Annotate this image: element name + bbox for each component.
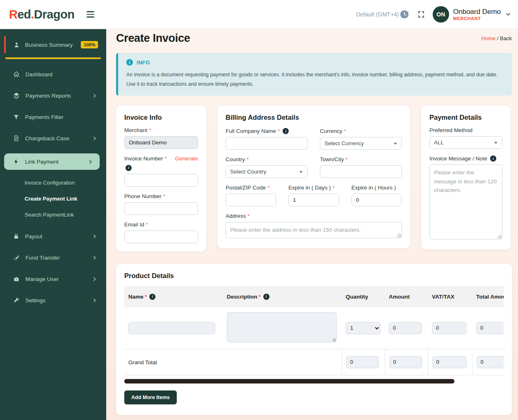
user-block[interactable]: Onboard Demo MERCHANT	[453, 7, 501, 22]
timezone-label[interactable]: Default (GMT+4)	[356, 11, 399, 18]
rocket-icon	[13, 254, 20, 261]
person-icon	[13, 41, 20, 48]
clock-icon[interactable]	[400, 10, 409, 19]
hamburger-icon	[87, 11, 94, 12]
sidebar-item-payments-filter[interactable]: Payments Filter	[0, 111, 106, 123]
info-icon[interactable]: i	[263, 294, 269, 300]
link-payment-submenu: Invoice Configuration Create Payment Lin…	[0, 180, 106, 218]
info-title: INFO	[137, 59, 150, 66]
postal-code-field[interactable]	[226, 194, 276, 206]
main-content: Create Invoice Home / Back i INFO An inv…	[106, 29, 518, 420]
col-header-total: Total Amount	[472, 286, 504, 307]
grand-total-row: Grand Total	[124, 349, 504, 375]
col-header-description: Description*i	[223, 286, 342, 307]
breadcrumb: Home / Back	[481, 35, 512, 41]
sidebar-item-fund-transfer[interactable]: Fund Transfer	[0, 251, 106, 264]
chevron-right-icon	[92, 298, 97, 303]
expire-hours-label: Expire in ( Hours )	[351, 185, 402, 191]
horizontal-scrollbar-thumb[interactable]	[124, 379, 454, 383]
town-city-label: Town/City*	[320, 156, 402, 162]
phone-label: Phone Number*	[124, 193, 198, 199]
expire-hours-field[interactable]	[351, 194, 402, 206]
chevron-right-icon	[92, 255, 97, 260]
invoice-note-label: Invoice Message / Notei	[429, 155, 502, 162]
payment-details-card: Payment Details Preferred Method ALL Inv…	[421, 105, 511, 249]
email-field[interactable]	[124, 231, 198, 243]
country-label: Country*	[226, 156, 308, 162]
postal-code-label: Postal/ZIP Code*	[226, 185, 276, 191]
product-total-field[interactable]	[476, 322, 504, 334]
currency-label: Currency*	[320, 128, 402, 134]
menu-toggle-button[interactable]	[85, 9, 96, 19]
product-table-viewport: Name*i Description*i Quantity Amount VAT…	[124, 286, 504, 383]
grand-quantity-field[interactable]	[346, 356, 379, 368]
submenu-item-invoice-configuration[interactable]: Invoice Configuration	[0, 180, 106, 186]
preferred-method-select[interactable]: ALL	[429, 136, 502, 149]
billing-address-card: Billing Address Details Full Company Nam…	[217, 105, 410, 248]
avatar[interactable]: ON	[433, 6, 449, 23]
merchant-label: Merchant*	[124, 127, 198, 133]
chevron-down-icon[interactable]	[505, 11, 511, 18]
sidebar-item-payments-reports[interactable]: Payments Reports	[0, 89, 106, 102]
country-select[interactable]: Select Country	[226, 165, 308, 178]
card-title: Invoice Info	[124, 114, 198, 121]
info-icon[interactable]: i	[126, 165, 132, 171]
breadcrumb-back-link[interactable]: Back	[500, 35, 512, 41]
sidebar-item-dashboard[interactable]: Dashboard	[0, 68, 106, 80]
grand-amount-field[interactable]	[389, 356, 422, 368]
info-icon[interactable]: i	[149, 294, 155, 300]
sidebar-item-label: Link Payment	[25, 159, 59, 165]
product-name-field[interactable]	[128, 322, 215, 334]
product-description-textarea[interactable]	[227, 312, 337, 342]
sidebar: Business Summary 100% Dashboard Payments…	[0, 29, 106, 420]
add-more-items-button[interactable]: Add More Items	[124, 390, 177, 404]
app-root: Red.Dragon Default (GMT+4) ON Onboard De…	[0, 0, 518, 420]
sidebar-item-label: Chargeback Case	[25, 135, 69, 142]
generate-link[interactable]: Generate	[175, 155, 198, 162]
invoice-number-field[interactable]	[124, 174, 198, 187]
sidebar-item-link-payment[interactable]: Link Payment	[4, 153, 100, 170]
sidebar-item-label: Dashboard	[25, 71, 52, 78]
sidebar-item-payout[interactable]: Payout	[0, 230, 106, 242]
sidebar-item-label: Payout	[25, 233, 42, 240]
info-icon[interactable]: i	[283, 128, 289, 134]
breadcrumb-home-link[interactable]: Home	[481, 35, 496, 41]
card-title: Product Details	[124, 272, 504, 280]
invoice-info-card: Invoice Info Merchant* Invoice Number* G…	[116, 105, 206, 251]
sidebar-item-settings[interactable]: Settings	[0, 294, 106, 306]
info-box: i INFO An invoice is a document requesti…	[116, 53, 512, 96]
product-vat-field[interactable]	[432, 322, 466, 334]
currency-select[interactable]: Select Currency	[320, 137, 402, 150]
table-header-row: Name*i Description*i Quantity Amount VAT…	[124, 286, 504, 307]
app-logo[interactable]: Red.Dragon	[9, 8, 74, 21]
grand-total-field[interactable]	[477, 356, 504, 368]
address-label: Address*	[226, 213, 402, 219]
page-head: Create Invoice Home / Back	[116, 32, 512, 45]
merchant-field[interactable]	[124, 136, 198, 149]
chevron-right-icon	[88, 159, 93, 164]
phone-field[interactable]	[124, 202, 198, 215]
sidebar-item-label: Settings	[25, 297, 46, 304]
lock-icon	[13, 233, 19, 240]
product-amount-field[interactable]	[389, 322, 422, 334]
chevron-right-icon	[92, 136, 97, 141]
info-icon[interactable]: i	[490, 155, 496, 162]
grand-vat-field[interactable]	[432, 356, 467, 368]
filter-icon	[13, 114, 19, 120]
card-title: Payment Details	[429, 114, 502, 121]
submenu-item-search-paymentlink[interactable]: Search PaymentLink	[0, 212, 106, 218]
user-role-badge: MERCHANT	[453, 16, 501, 22]
sidebar-item-manage-user[interactable]: Manage User	[0, 273, 106, 285]
invoice-note-textarea[interactable]	[429, 164, 502, 240]
expire-days-field[interactable]	[288, 194, 339, 206]
town-city-field[interactable]	[320, 165, 402, 178]
product-quantity-select[interactable]: 1	[346, 322, 381, 334]
sidebar-item-business-summary[interactable]: Business Summary 100%	[0, 29, 106, 59]
submenu-item-create-payment-link[interactable]: Create Payment Link	[0, 196, 106, 202]
address-textarea[interactable]	[226, 222, 402, 238]
sidebar-item-chargeback-case[interactable]: Chargeback Case	[0, 132, 106, 144]
sidebar-item-label: Payments Reports	[25, 93, 71, 99]
fullscreen-icon[interactable]	[417, 10, 425, 18]
info-body: An invoice is a document requesting paym…	[126, 70, 504, 89]
company-name-field[interactable]	[226, 137, 308, 150]
